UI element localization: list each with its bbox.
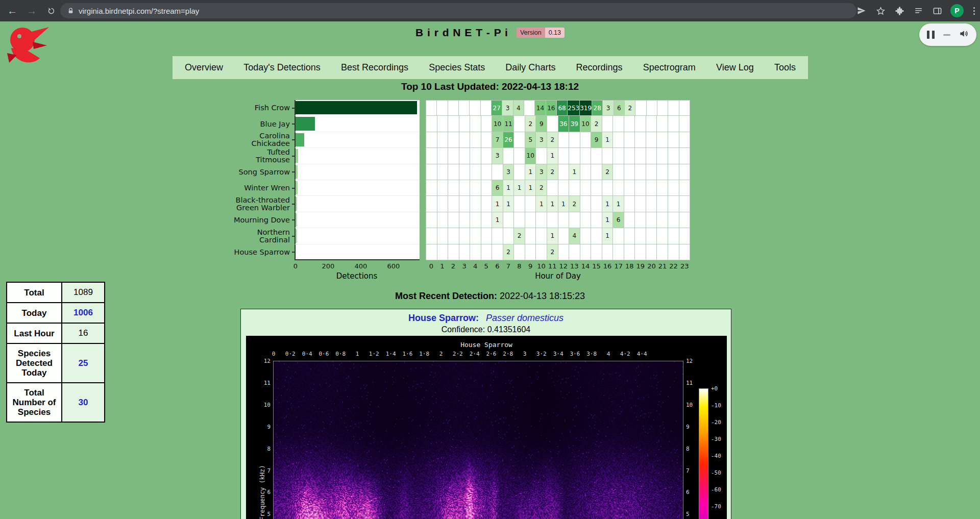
forward-button[interactable]: →: [24, 4, 39, 18]
heat-cell: [437, 212, 449, 228]
spectrogram-freq-tick-left: 12: [255, 358, 271, 364]
heat-cell: [569, 148, 580, 164]
heat-cell: [679, 212, 691, 228]
heat-cell: [668, 132, 679, 148]
summary-value[interactable]: 25: [62, 343, 105, 383]
reload-button[interactable]: [44, 4, 58, 18]
bar-track: [295, 132, 420, 148]
hour-axis-tick: 0: [429, 262, 433, 270]
heat-cell: 14: [535, 100, 546, 116]
heat-row: 1011293639102: [426, 116, 690, 132]
heat-cell: [448, 228, 459, 244]
chart-row: Northern Cardinal2141: [233, 228, 690, 244]
heat-cell: 3: [492, 148, 503, 164]
species-label: Black-throated Green Warbler: [233, 196, 295, 212]
nav-item-spectrogram[interactable]: Spectrogram: [643, 62, 696, 73]
heat-cell: [602, 180, 614, 196]
chart-row: Blue Jay1011293639102: [233, 116, 690, 132]
nav-item-daily-charts[interactable]: Daily Charts: [505, 62, 555, 73]
volume-icon[interactable]: [959, 29, 969, 41]
main-nav: OverviewToday's DetectionsBest Recording…: [173, 56, 808, 79]
summary-row: Species Detected Today25: [7, 343, 105, 383]
species-common-name-link[interactable]: House Sparrow:: [408, 313, 479, 323]
heat-cell: 253: [568, 100, 580, 116]
heat-cell: [580, 228, 592, 244]
seek-bar[interactable]: [943, 34, 950, 36]
bar-axis-tick: 0: [293, 262, 298, 270]
heat-cell: 1: [547, 228, 558, 244]
heat-cell: [624, 148, 635, 164]
most-recent-value: 2022-04-13 18:15:23: [500, 291, 585, 301]
heat-cell: 319: [580, 100, 592, 116]
heat-cell: [624, 212, 635, 228]
spectrogram-time-tick: 3·6: [570, 351, 580, 357]
nav-item-species-stats[interactable]: Species Stats: [429, 62, 485, 73]
summary-label: Total Number of Species: [7, 383, 62, 422]
audio-player[interactable]: [919, 23, 976, 46]
heat-cell: [624, 196, 635, 212]
heat-cell: [668, 180, 679, 196]
heat-cell: [635, 100, 646, 116]
side-panel-icon[interactable]: [932, 5, 943, 16]
reading-list-icon[interactable]: [913, 5, 924, 16]
heat-cell: [679, 244, 691, 260]
hour-axis-tick: 14: [581, 262, 590, 270]
detections-bar: [296, 117, 315, 130]
nav-item-today-s-detections[interactable]: Today's Detections: [243, 62, 321, 73]
heat-cell: 2: [503, 244, 514, 260]
hour-axis-tick: 19: [636, 262, 645, 270]
species-label: Winter Wren: [233, 180, 295, 196]
extensions-icon[interactable]: [894, 5, 905, 16]
browser-menu-icon[interactable]: [971, 7, 977, 15]
hour-axis-tick: 20: [647, 262, 656, 270]
species-label: Northern Cardinal: [233, 228, 295, 244]
heat-cell: [602, 116, 614, 132]
heat-cell: [459, 100, 470, 116]
nav-item-recordings[interactable]: Recordings: [576, 62, 623, 73]
nav-item-tools[interactable]: Tools: [774, 62, 796, 73]
spectrogram-freq-tick-right: 6: [686, 489, 690, 496]
heat-cell: 2: [547, 164, 558, 180]
heat-cell: 26: [503, 132, 514, 148]
heat-cell: [426, 244, 437, 260]
bookmark-star-icon[interactable]: [875, 5, 886, 16]
heat-cell: 1: [547, 196, 558, 212]
heat-cell: 2: [591, 116, 602, 132]
summary-value[interactable]: 30: [62, 383, 105, 422]
most-recent-detection: Most Recent Detection: 2022-04-13 18:15:…: [0, 291, 980, 302]
back-button[interactable]: ←: [5, 4, 19, 18]
heat-cell: [668, 244, 679, 260]
heat-cell: [668, 196, 679, 212]
heat-cell: 1: [525, 180, 536, 196]
heat-cell: [437, 164, 449, 180]
nav-item-view-log[interactable]: View Log: [716, 62, 754, 73]
heat-cell: [448, 180, 459, 196]
lock-icon: [67, 7, 74, 15]
summary-table: Total1089Today1006Last Hour16Species Det…: [6, 282, 105, 423]
address-bar[interactable]: virginia.birdnetpi.com/?stream=play: [60, 3, 856, 18]
heat-cell: 1: [558, 196, 570, 212]
heat-cell: [613, 164, 624, 180]
heat-cell: [657, 116, 668, 132]
heat-cell: [657, 180, 668, 196]
heat-cell: [635, 116, 646, 132]
summary-value[interactable]: 1006: [62, 303, 105, 323]
share-icon[interactable]: [856, 5, 867, 16]
nav-item-overview[interactable]: Overview: [185, 62, 223, 73]
heat-cell: [459, 244, 471, 260]
detections-bar: [296, 149, 298, 162]
colorbar-tick: -70: [711, 504, 721, 510]
pause-icon[interactable]: [927, 31, 935, 39]
hour-axis-tick: 12: [559, 262, 568, 270]
profile-avatar[interactable]: P: [950, 4, 964, 17]
heat-cell: [668, 212, 679, 228]
heat-cell: [646, 148, 657, 164]
hour-axis-tick: 11: [548, 262, 557, 270]
nav-item-best-recordings[interactable]: Best Recordings: [341, 62, 408, 73]
heat-cell: [558, 212, 570, 228]
summary-row: Total Number of Species30: [7, 383, 105, 422]
hour-axis-tick: 4: [473, 262, 477, 270]
bar-track: [295, 180, 420, 196]
spectrogram-freq-tick-left: 8: [255, 446, 271, 452]
heat-cell: [679, 164, 691, 180]
